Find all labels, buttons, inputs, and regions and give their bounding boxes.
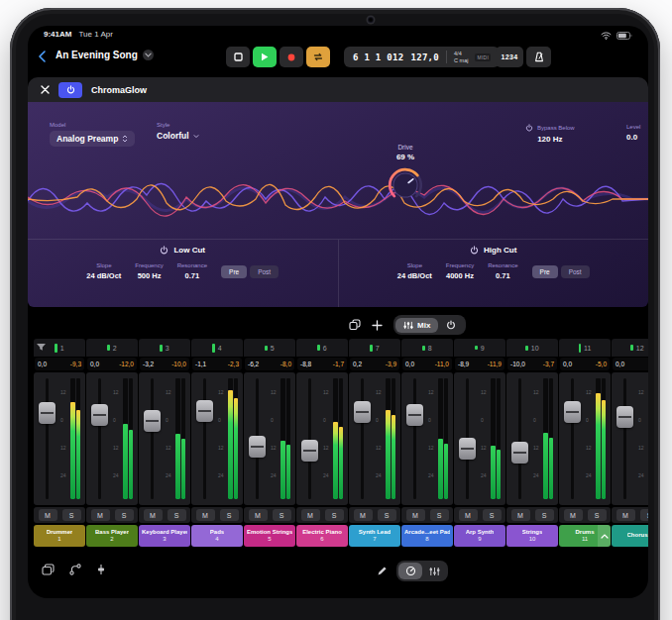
record-button[interactable] <box>280 47 303 67</box>
levels-view-button[interactable] <box>422 563 446 579</box>
mute-button[interactable]: M <box>144 509 163 521</box>
slope-param[interactable]: Slope 24 dB/Oct <box>86 262 121 280</box>
fader-handle[interactable] <box>91 404 108 426</box>
pre-button[interactable]: Pre <box>532 265 558 278</box>
post-button[interactable]: Post <box>250 265 279 278</box>
mute-button[interactable]: M <box>354 509 373 521</box>
mute-button[interactable]: M <box>564 509 583 521</box>
channel-header: 3 <box>139 339 190 357</box>
resonance-param[interactable]: Resonance 0.71 <box>177 262 207 280</box>
fader-track[interactable] <box>518 378 521 499</box>
fader-handle[interactable] <box>459 438 476 460</box>
track-label[interactable]: Bass Player 2 <box>86 525 138 547</box>
mute-button[interactable]: M <box>511 509 530 521</box>
signal-flow-button[interactable] <box>69 564 81 575</box>
solo-button[interactable]: S <box>378 509 396 521</box>
play-button[interactable] <box>253 47 277 67</box>
lcd-display[interactable]: 6 1 1 012 127,0 4/4 C maj MIDI <box>344 47 500 67</box>
controls-view-button[interactable] <box>398 563 422 579</box>
fader-handle[interactable] <box>511 442 528 464</box>
solo-button[interactable]: S <box>588 509 607 521</box>
mute-button[interactable]: M <box>616 509 635 521</box>
fader-track[interactable] <box>413 378 416 499</box>
fader-handle[interactable] <box>144 410 161 432</box>
post-button[interactable]: Post <box>561 265 590 278</box>
add-button[interactable] <box>372 320 383 331</box>
frequency-param[interactable]: Frequency 500 Hz <box>135 262 163 280</box>
stop-button[interactable] <box>226 47 250 67</box>
track-label[interactable]: Strings 10 <box>506 525 558 547</box>
cycle-loop-button[interactable] <box>306 47 330 67</box>
low-cut-power-button[interactable] <box>160 246 168 255</box>
bypass-below-control[interactable]: Bypass Below 120 Hz <box>525 124 575 144</box>
high-cut-power-button[interactable] <box>470 246 479 255</box>
song-title-menu[interactable]: An Evening Song <box>56 50 154 60</box>
mute-button[interactable]: M <box>39 509 57 521</box>
mute-button[interactable]: M <box>459 509 478 521</box>
mix-tab[interactable]: Mix <box>395 318 438 333</box>
fader-handle[interactable] <box>354 401 371 423</box>
fader-track[interactable] <box>623 378 626 499</box>
style-selector[interactable]: Style Colorful <box>157 122 199 141</box>
mute-button[interactable]: M <box>91 509 110 521</box>
fader-track[interactable] <box>361 378 364 499</box>
track-label[interactable]: Pads 4 <box>191 525 243 547</box>
solo-button[interactable]: S <box>115 509 134 521</box>
resonance-param[interactable]: Resonance 0.71 <box>488 262 517 280</box>
frequency-param[interactable]: Frequency 4000 Hz <box>446 262 474 280</box>
fader-track[interactable] <box>203 378 206 499</box>
track-label[interactable]: Electric Piano 6 <box>296 525 348 547</box>
plugin-power-button[interactable] <box>58 82 82 98</box>
fader-track[interactable] <box>571 378 574 499</box>
layers-button[interactable] <box>42 564 55 575</box>
fader-track[interactable] <box>98 378 101 499</box>
fader-track[interactable] <box>46 378 49 499</box>
slope-param[interactable]: Slope 24 dB/Oct <box>397 262 432 280</box>
back-button[interactable] <box>39 51 46 62</box>
track-label[interactable]: Keyboard Player 3 <box>139 525 190 547</box>
model-selector[interactable]: Model Analog Preamp <box>50 122 135 147</box>
drive-value: 69 % <box>377 153 434 161</box>
solo-button[interactable]: S <box>325 509 344 521</box>
track-label[interactable]: Synth Lead 7 <box>349 525 400 547</box>
metronome-button[interactable] <box>526 47 551 67</box>
pre-button[interactable]: Pre <box>221 265 247 278</box>
solo-button[interactable]: S <box>168 509 186 521</box>
fader-handle[interactable] <box>39 402 56 424</box>
track-label[interactable]: Arcade...eet Pad 8 <box>401 525 453 547</box>
fader-handle[interactable] <box>301 440 318 462</box>
solo-button[interactable]: S <box>430 509 449 521</box>
drive-knob[interactable] <box>385 164 426 206</box>
solo-button[interactable]: S <box>220 509 239 521</box>
mute-button[interactable]: M <box>249 509 268 521</box>
close-plugin-button[interactable] <box>41 85 50 94</box>
fader-handle[interactable] <box>564 401 581 423</box>
solo-button[interactable]: S <box>273 509 291 521</box>
track-label[interactable]: Drummer 1 <box>34 525 85 547</box>
fader-handle[interactable] <box>249 436 266 458</box>
edit-button[interactable] <box>377 566 388 576</box>
fader-handle[interactable] <box>406 404 423 426</box>
mute-button[interactable]: M <box>406 509 425 521</box>
track-label[interactable]: Emotion Strings 5 <box>244 525 295 547</box>
solo-button[interactable]: S <box>483 509 502 521</box>
track-label[interactable]: Arp Synth 9 <box>454 525 505 547</box>
chevron-up-icon[interactable] <box>598 525 611 547</box>
track-label[interactable]: Drums 11 <box>559 525 611 547</box>
solo-button[interactable]: S <box>535 509 554 521</box>
channel-power-button[interactable] <box>438 317 464 333</box>
channel-filter-button[interactable] <box>36 343 47 352</box>
solo-button[interactable]: S <box>62 509 81 521</box>
fader-track[interactable] <box>308 378 311 499</box>
fader-handle[interactable] <box>196 400 213 422</box>
fader-track[interactable] <box>151 378 154 499</box>
level-control[interactable]: Level 0.0 <box>626 124 648 142</box>
fader-handle[interactable] <box>616 406 633 428</box>
solo-button[interactable]: S <box>640 509 649 521</box>
mute-button[interactable]: M <box>301 509 320 521</box>
track-label[interactable]: Chorus <box>612 525 648 547</box>
fader-view-button[interactable] <box>96 564 106 575</box>
count-in-button[interactable]: 1234 <box>496 47 523 67</box>
mute-button[interactable]: M <box>196 509 215 521</box>
duplicate-button[interactable] <box>349 319 361 331</box>
